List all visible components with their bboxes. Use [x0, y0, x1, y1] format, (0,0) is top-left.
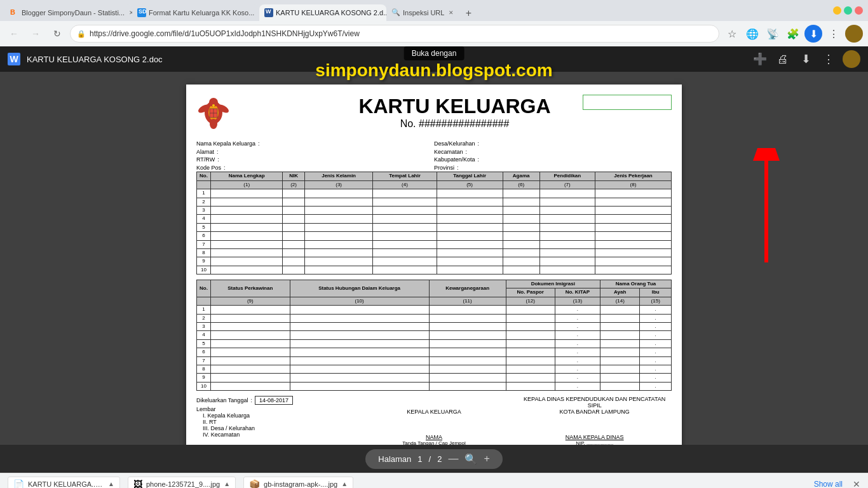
th2-dokumen-imigrasi: Dokumen Imigrasi	[506, 280, 600, 288]
th2-kitap: No. KITAP	[555, 288, 600, 297]
download-doc-icon[interactable]: ⬇	[797, 50, 815, 68]
tab-close-blogger[interactable]: ✕	[127, 8, 132, 17]
th-jenis-pekerjaan: Jenis Pekerjaan	[595, 172, 672, 180]
sheet-item-2: II. RT	[203, 419, 351, 425]
th2-nama-orang-tua: Nama Orang Tua	[600, 280, 672, 288]
zoom-in-button[interactable]: +	[484, 453, 489, 464]
number-box	[583, 95, 672, 110]
download-item-phone-text: phone-1235721_9....jpg	[146, 480, 220, 488]
table-row: 7	[197, 240, 672, 248]
download-item-doc-icon: 📄	[13, 479, 24, 489]
table-row: 3..	[197, 323, 672, 331]
sheet-item-3: III. Desa / Kelurahan	[203, 425, 351, 431]
table-row: 3	[197, 206, 672, 214]
svg-point-11	[212, 104, 215, 107]
th2-hubungan: Status Hubungan Dalam Keluarga	[290, 280, 429, 297]
th-nik: NIK	[283, 172, 304, 180]
reload-button[interactable]: ↻	[48, 25, 66, 43]
close-button[interactable]	[855, 6, 863, 15]
garuda-logo	[196, 95, 231, 136]
table-row: 5..	[197, 339, 672, 348]
show-all-button[interactable]: Show all	[814, 480, 843, 489]
download-bar: 📄 KARTU KELUARGA....doc ▲ 🖼 phone-123572…	[0, 473, 868, 488]
minimize-button[interactable]	[833, 6, 841, 15]
tab-blogger[interactable]: B Blogger SimponyDaun - Statisti... ✕	[5, 4, 132, 21]
issued-date-value: 14-08-2017	[255, 396, 293, 405]
world-icon[interactable]: 🌐	[743, 25, 761, 43]
table-row: 8..	[197, 365, 672, 373]
page-separator: /	[429, 454, 431, 464]
document-paper: KARTU KELUARGA No. ################ Nama…	[186, 85, 682, 445]
head-name-label: NAMA KEPALA DINAS	[517, 434, 672, 440]
table-row: 1	[197, 189, 672, 198]
forward-button[interactable]: →	[27, 25, 44, 43]
tab-format-kk[interactable]: SD Format Kartu Keluarga KK Koso... ✕	[132, 4, 259, 21]
menu-icon[interactable]: ⋮	[825, 25, 843, 43]
maximize-button[interactable]	[844, 6, 852, 15]
doc-toolbar: W KARTU KELUARGA KOSONG 2.doc ➕ 🖨 ⬇ ⋮	[0, 46, 868, 72]
back-button[interactable]: ←	[5, 25, 23, 43]
th-pendidikan: Pendidikan	[539, 172, 595, 180]
address-bar-row: ← → ↻ 🔒 https://drive.google.com/file/d/…	[0, 21, 868, 46]
page-label: Halaman	[378, 454, 411, 464]
address-bar[interactable]: 🔒 https://drive.google.com/file/d/1uO5UO…	[70, 25, 719, 43]
tab-title-word: KARTU KELUARGA KOSONG 2.d...	[276, 9, 386, 17]
tab-title-blogger: Blogger SimponyDaun - Statisti...	[22, 9, 125, 17]
download-item-gb-chevron[interactable]: ▲	[341, 480, 348, 487]
new-tab-button[interactable]: +	[461, 6, 476, 21]
page-current: 1	[417, 454, 422, 464]
th2-status-perkawinan: Status Perkawinan	[211, 280, 290, 297]
table-2: No. Status Perkawinan Status Hubungan Da…	[196, 280, 672, 391]
bookmark-star-icon[interactable]: ☆	[723, 25, 741, 43]
addr-kecamatan: Kecamatan :	[434, 148, 672, 156]
table-row: 9..	[197, 374, 672, 382]
more-options-icon[interactable]: ⋮	[820, 50, 837, 68]
th2-ayah: Ayah	[600, 288, 640, 297]
svg-point-7	[210, 119, 217, 129]
toolbar-icons: ☆ 🌐 📡 🧩 ⬇ ⋮	[723, 25, 863, 43]
download-item-phone-icon: 🖼	[133, 479, 142, 489]
word-logo: W	[8, 53, 20, 65]
footer-right: KEPALA DINAS KEPENDUDUKAN DAN PENCATATAN…	[517, 396, 672, 445]
red-arrow-annotation	[741, 148, 792, 278]
print-icon[interactable]: 🖨	[774, 50, 792, 68]
download-icon[interactable]: ⬇	[804, 25, 822, 43]
download-item-doc-chevron[interactable]: ▲	[108, 480, 114, 487]
doc-toolbar-icons: ➕ 🖨 ⬇ ⋮	[751, 50, 860, 68]
zoom-out-button[interactable]: —	[448, 453, 458, 464]
address-fields: Nama Kepala Keluarga : Desa/Kelurahan : …	[196, 140, 672, 172]
table-row: 4	[197, 215, 672, 223]
cast-icon[interactable]: 📡	[764, 25, 782, 43]
download-item-gb[interactable]: 📦 gb-instagram-apk-....jpg ▲	[243, 477, 353, 489]
page-nav-pill: Halaman 1 / 2 — 🔍 +	[365, 449, 502, 469]
tab-favicon-word: W	[264, 8, 273, 17]
download-item-doc[interactable]: 📄 KARTU KELUARGA....doc ▲	[8, 477, 120, 489]
doc-subtitle: No. ################	[238, 118, 672, 130]
table2-subheader: (9) (10) (11) (12) (13) (14) (15)	[197, 297, 672, 305]
sheet-item-1: I. Kepala Keluarga	[203, 412, 351, 419]
download-item-phone-chevron[interactable]: ▲	[224, 480, 230, 487]
footer-left: Dikeluarkan Tanggal : 14-08-2017 Lembar …	[196, 396, 351, 445]
tab-kartu-keluarga[interactable]: W KARTU KELUARGA KOSONG 2.d... ✕	[259, 4, 386, 21]
tab-inspeksi[interactable]: 🔍 Inspeksi URL ✕	[386, 4, 461, 21]
user-avatar-doc[interactable]	[843, 50, 860, 68]
tab-title-inspect: Inspeksi URL	[403, 9, 444, 17]
download-bar-close[interactable]: ✕	[853, 479, 860, 489]
tab-close-inspect[interactable]: ✕	[447, 8, 456, 17]
table-row: 8	[197, 248, 672, 257]
url-text: https://drive.google.com/file/d/1uO5UOP1…	[90, 29, 360, 38]
kepala-keluarga-label: KEPALA KELUARGA	[357, 409, 512, 415]
th2-no: No.	[197, 280, 211, 297]
extensions-icon[interactable]: 🧩	[784, 25, 802, 43]
tanda-tangan-sub: Tanda Tangan / Cap Jempol	[357, 440, 512, 445]
add-to-drive-icon[interactable]: ➕	[751, 50, 769, 68]
chrome-titlebar: B Blogger SimponyDaun - Statisti... ✕ SD…	[0, 0, 868, 21]
addr-provinsi: Provinsi :	[434, 164, 672, 172]
tab-favicon-sd: SD	[137, 8, 146, 17]
sheet-item-4: IV. Kecamatan	[203, 431, 351, 438]
user-avatar[interactable]	[845, 25, 863, 43]
download-item-phone[interactable]: 🖼 phone-1235721_9....jpg ▲	[128, 477, 236, 489]
download-item-gb-text: gb-instagram-apk-....jpg	[264, 480, 337, 488]
table-row: 9	[197, 257, 672, 266]
zoom-icon-button[interactable]: 🔍	[465, 453, 477, 465]
